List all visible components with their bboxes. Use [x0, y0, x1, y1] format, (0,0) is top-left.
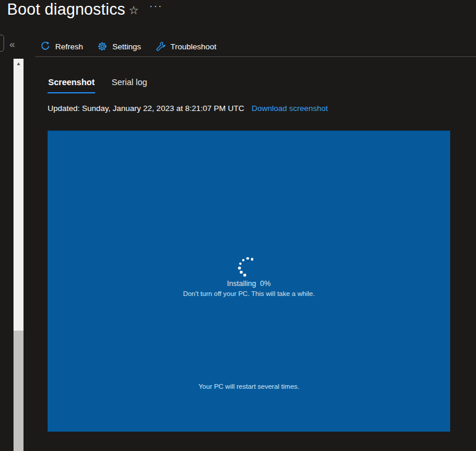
installing-progress-text: Installing 0% — [48, 280, 450, 288]
refresh-label: Refresh — [55, 42, 83, 51]
page-header: Boot diagnostics ☆ ··· — [0, 0, 476, 31]
vertical-scrollbar[interactable]: ▲ — [14, 59, 24, 451]
scrollbar-up-arrow[interactable]: ▲ — [14, 59, 24, 69]
page-title: Boot diagnostics — [7, 1, 125, 19]
refresh-button[interactable]: Refresh — [40, 41, 83, 52]
clipped-edge-element — [0, 35, 4, 52]
tab-serial-log[interactable]: Serial log — [111, 72, 148, 93]
more-options-icon[interactable]: ··· — [149, 1, 163, 12]
toolbar-divider — [35, 56, 476, 57]
refresh-icon — [40, 41, 51, 52]
troubleshoot-button[interactable]: Troubleshoot — [155, 41, 216, 52]
tab-row: Screenshot Serial log — [48, 72, 450, 93]
favorite-star-icon[interactable]: ☆ — [129, 4, 139, 17]
loading-spinner-icon — [237, 255, 260, 279]
status-row: Updated: Sunday, January 22, 2023 at 8:2… — [48, 104, 328, 113]
updated-timestamp: Updated: Sunday, January 22, 2023 at 8:2… — [48, 104, 244, 113]
download-screenshot-link[interactable]: Download screenshot — [252, 104, 328, 113]
troubleshoot-label: Troubleshoot — [170, 42, 216, 51]
restart-notice-text: Your PC will restart several times. — [48, 383, 450, 390]
command-bar: Refresh Settings Troubleshoot — [40, 36, 216, 56]
gear-icon — [97, 41, 108, 52]
dont-turn-off-text: Don't turn off your PC. This will take a… — [48, 290, 450, 297]
scrollbar-thumb[interactable] — [14, 331, 24, 451]
collapse-panel-button[interactable]: « — [9, 39, 15, 51]
boot-screenshot-image: Installing 0% Don't turn off your PC. Th… — [48, 130, 450, 432]
wrench-icon — [155, 41, 166, 52]
settings-label: Settings — [112, 42, 141, 51]
tab-screenshot[interactable]: Screenshot — [48, 72, 95, 93]
boot-diagnostics-content: Screenshot Serial log Updated: Sunday, J… — [48, 72, 450, 93]
settings-button[interactable]: Settings — [97, 41, 141, 52]
